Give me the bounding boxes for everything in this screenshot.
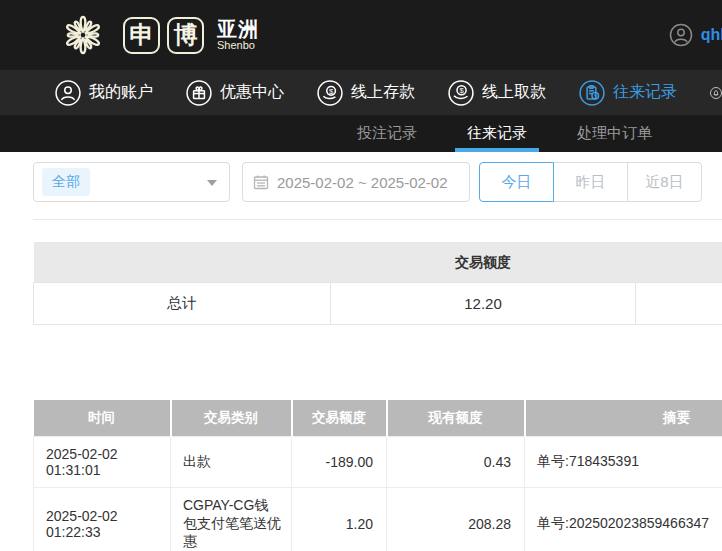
nav-item-withdraw[interactable]: $ 线上取款: [448, 80, 546, 106]
cell-amount: 1.20: [292, 487, 387, 551]
chevron-down-icon: [207, 180, 217, 186]
summary-header-amount: 交易额度: [331, 243, 636, 283]
withdraw-icon: $: [448, 80, 474, 106]
nav-item-deposit[interactable]: $ 线上存款: [317, 80, 415, 106]
cell-balance: 208.28: [387, 487, 525, 551]
cell-time: 2025-02-02 01:31:01: [34, 436, 171, 487]
username[interactable]: qhh: [701, 26, 722, 44]
cell-amount: -189.00: [292, 436, 387, 487]
nav-label: 优惠中心: [220, 82, 284, 103]
table-row: 2025-02-02 01:22:33 CGPAY-CG钱包支付笔笔送优惠 1.…: [34, 487, 722, 551]
nav-label: 我的账户: [89, 82, 153, 103]
nav-label: 线上取款: [482, 82, 546, 103]
summary-empty-cell: [636, 283, 722, 325]
cell-time: 2025-02-02 01:22:33: [34, 487, 171, 551]
deposit-icon: $: [317, 80, 343, 106]
summary-total-label: 总计: [34, 283, 331, 325]
brand-bar: 申 博 亚洲 Shenbo qhh: [0, 0, 722, 70]
nav-item-transactions[interactable]: 往来记录: [579, 80, 677, 106]
last-8-days-button[interactable]: 近8日: [627, 162, 702, 202]
tab-label: 投注记录: [357, 124, 417, 143]
notifications-bell-icon[interactable]: [710, 79, 722, 107]
nav-item-my-account[interactable]: 我的账户: [55, 80, 153, 106]
user-icon: [55, 80, 81, 106]
brand-name-boxes: 申 博: [123, 17, 204, 54]
main-nav: 我的账户 优惠中心 $ 线上存款 $ 线上取款: [0, 70, 722, 115]
brand-logo[interactable]: 申 博 亚洲 Shenbo: [55, 7, 259, 63]
tab-transaction-records[interactable]: 往来记录: [455, 115, 539, 152]
nav-label: 往来记录: [613, 82, 677, 103]
cell-type: 出款: [171, 436, 292, 487]
brand-subtitle: Shenbo: [217, 40, 259, 52]
flower-logo-icon: [55, 7, 111, 63]
col-header-time: 时间: [34, 400, 171, 436]
col-header-balance: 现有额度: [387, 400, 525, 436]
section-divider: [33, 219, 722, 220]
quick-range-group: 今日 昨日 近8日: [479, 162, 702, 202]
table-row: 2025-02-02 01:31:01 出款 -189.00 0.43 单号:7…: [34, 436, 722, 487]
cell-type: CGPAY-CG钱包支付笔笔送优惠: [171, 487, 292, 551]
filter-bar: 全部 2025-02-02 ~ 2025-02-02 今日 昨日 近8日: [33, 162, 722, 202]
yesterday-button[interactable]: 昨日: [553, 162, 628, 202]
calendar-icon: [253, 174, 269, 190]
col-header-amount: 交易额度: [292, 400, 387, 436]
brand-char-shen: 申: [123, 17, 160, 54]
category-select[interactable]: 全部: [33, 162, 230, 202]
brand-region: 亚洲: [217, 19, 259, 40]
brand-region-block: 亚洲 Shenbo: [217, 19, 259, 52]
tab-label: 处理中订单: [577, 124, 652, 143]
user-chip[interactable]: qhh: [669, 23, 722, 47]
cell-balance: 0.43: [387, 436, 525, 487]
transactions-table: 时间 交易类别 交易额度 现有额度 摘要 2025-02-02 01:31:01…: [33, 400, 722, 551]
today-button[interactable]: 今日: [479, 162, 554, 202]
gift-icon: [186, 80, 212, 106]
nav-label: 线上存款: [351, 82, 415, 103]
brand-char-bo: 博: [167, 17, 204, 54]
transactions-header-row: 时间 交易类别 交易额度 现有额度 摘要: [34, 400, 722, 436]
summary-header-empty: [34, 243, 331, 283]
summary-header-empty-2: [636, 243, 722, 283]
category-selected-tag[interactable]: 全部: [42, 168, 90, 196]
date-range-input[interactable]: 2025-02-02 ~ 2025-02-02: [242, 162, 470, 202]
cell-summary: 单号:718435391: [525, 436, 722, 487]
tab-processing-orders[interactable]: 处理中订单: [565, 115, 664, 152]
summary-total-value: 12.20: [331, 283, 636, 325]
tab-label: 往来记录: [467, 124, 527, 143]
nav-item-promotions[interactable]: 优惠中心: [186, 80, 284, 106]
date-range-value: 2025-02-02 ~ 2025-02-02: [277, 174, 448, 191]
summary-table: 交易额度 总计 12.20: [33, 242, 722, 325]
col-header-summary: 摘要: [525, 400, 722, 436]
cell-summary: 单号:202502023859466347: [525, 487, 722, 551]
records-icon: [579, 80, 605, 106]
tab-betting-records[interactable]: 投注记录: [345, 115, 429, 152]
avatar-icon: [669, 23, 693, 47]
summary-row: 总计 12.20: [34, 283, 722, 325]
col-header-type: 交易类别: [171, 400, 292, 436]
record-tabs: 投注记录 往来记录 处理中订单: [0, 115, 722, 152]
